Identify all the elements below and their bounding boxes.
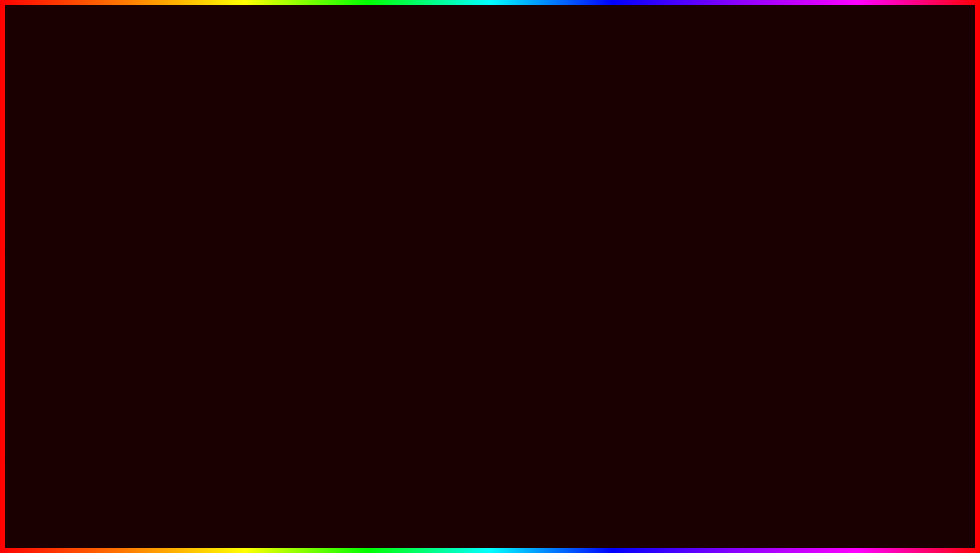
main-title: MUSCLE LEGENDS <box>0 6 980 89</box>
vg-item-auto-durability[interactable]: Auto Durability <box>587 223 704 235</box>
select-agility-level-label: Select Agility Level <box>156 244 215 251</box>
vghub-muscle-legends-tab[interactable]: Muscle.legends <box>587 182 704 196</box>
advanced-strength-menu[interactable]: ⋮ <box>333 210 340 219</box>
auto-durability-checkbox[interactable] <box>692 226 698 232</box>
advanced-strength-label: Advanced Strength Farming <box>160 211 248 219</box>
vg-walkspeed-input[interactable]: Only numbers <box>705 269 824 279</box>
mx-item-hide-name[interactable]: Hide Name <box>508 289 590 305</box>
vg-infinite-jump[interactable]: Infinite Jump <box>705 300 824 314</box>
vg-personal-feature: PapaPlantz#3856 Personal Feature <box>705 196 824 210</box>
select-agility-menu[interactable]: ⋮ <box>333 243 340 251</box>
vg-item-cks[interactable]: cks <box>587 235 704 249</box>
jump-slider-fill <box>555 339 567 343</box>
vghub-window: V.G Hub Muscle.legends AutoFarm AutoMob … <box>586 165 825 427</box>
automob-checkbox[interactable] <box>692 213 698 219</box>
vg-anti-lag[interactable]: Anti Lag <box>705 370 824 384</box>
jump-slider[interactable] <box>555 339 584 343</box>
mx-item-auto-join-brawl[interactable]: Auto-Join - Brawl <box>508 305 590 321</box>
vg-enable-walkspeed[interactable]: Enable WalkSpeed/JumpPower <box>705 225 824 239</box>
vg-jumppower-input[interactable]: Only numbers <box>705 289 824 300</box>
speed-label: Speed <box>514 323 535 331</box>
vg-item-get-all-chests[interactable]: Get All Chests <box>587 277 704 291</box>
vg-fps-cap-input[interactable]: Only numbers <box>705 248 824 259</box>
sidebar-item-credits[interactable]: Credits <box>96 288 143 304</box>
bottom-text: AUTO FARM SCRIPT PASTEBIN <box>13 483 783 543</box>
speed-slider[interactable] <box>555 325 584 329</box>
auto-farm-text: AUTO FARM <box>13 483 372 543</box>
mx-item-main[interactable]: Main <box>508 193 590 209</box>
vg-item-iame-esp[interactable]: iame Esp <box>587 388 704 402</box>
muscle-legends-titlebar: Muscle Legends × <box>147 263 386 282</box>
vg-lag-switch-f3[interactable]: Lag Switch F3 <box>705 398 824 412</box>
vg-item-tracers-esp[interactable]: Tracers Esp <box>587 374 704 388</box>
vghub-right-title: UI Settings <box>705 182 824 196</box>
muscle-legends-subtitle: For New Players | Get Agility/Strength/G… <box>147 282 386 297</box>
vg-item-auto-crystal[interactable]: Auto Crystal <box>587 291 704 306</box>
mx-item-auto-rebirth[interactable]: Auto Rebirth <box>508 240 590 256</box>
million-warriors-text: MILLIONWARRIORS <box>775 469 968 547</box>
ml-menu-item-main[interactable]: Main <box>154 302 380 320</box>
muscle-legends-menu-list: Main Spoofing Trolling Quest Teleports P… <box>147 297 386 411</box>
ml-menu-item-quest[interactable]: Quest <box>154 354 380 371</box>
mx-item-redeem-codes[interactable]: ▶ Redeem Codes <box>508 256 590 273</box>
vg-item-enable-esp[interactable]: Enable Esp <box>587 348 704 360</box>
hadeshub-close-button[interactable]: × <box>335 171 340 181</box>
vg-h-fly[interactable]: H Fly <box>705 356 824 370</box>
vghub-titlebar: V.G Hub <box>587 166 824 182</box>
mx-item-credits[interactable]: Credits <box>508 364 590 380</box>
auto-farming-tab[interactable]: Auto Farming <box>101 187 165 200</box>
muscle-x-titlebar: Muscle X <box>508 174 590 190</box>
hadeshub-title: HADESHUB × MUSCLE LEGENDS <box>101 172 230 180</box>
sidebar-item-extra[interactable]: Extra <box>96 208 143 224</box>
vghub-title: V.G Hub <box>593 169 623 178</box>
vg-walkspeed-label: WalkSpeed <box>705 259 824 269</box>
vg-item-boxes-esp[interactable]: Boxes Esp <box>587 402 704 417</box>
vg-item-player-esp[interactable]: Player Esp <box>587 360 704 374</box>
muscle-legends-close-button[interactable]: × <box>374 267 380 278</box>
vg-no-tool-cooldown[interactable]: No Tool CoolDown <box>705 210 824 225</box>
mx-item-teleports[interactable]: Teleports <box>508 348 590 364</box>
muscle-x-menu: Main Auto-Farm Chest Farm Auto Rebirth ▶… <box>508 190 590 382</box>
ml-menu-item-spoofing[interactable]: Spoofing <box>154 320 380 337</box>
vg-item-anti-delete-pets[interactable]: Anti Delete Pets <box>587 320 704 334</box>
ml-menu-item-punch-karma[interactable]: Punch + Karma <box>154 388 380 406</box>
vg-invisicam[interactable]: Invisicam <box>705 314 824 328</box>
hadeshub-sidebar-menu: Extra Pets Teleport Player Misc Credits <box>96 203 144 330</box>
vg-item-auto-rebirth[interactable]: Auto Rebirth <box>587 249 704 263</box>
mx-item-auto-farm[interactable]: Auto-Farm <box>508 209 590 225</box>
sidebar-item-teleport[interactable]: Teleport <box>96 240 143 256</box>
vg-item-auto-join-brawl[interactable]: Auto Join Brawl <box>587 263 704 277</box>
muscle-x-title: Muscle X <box>513 178 544 186</box>
vg-teleport-random-player[interactable]: Teleport to RandomPlayer <box>705 384 824 398</box>
script-pastebin-text: SCRIPT PASTEBIN <box>385 496 783 541</box>
ml-menu-item-trolling[interactable]: Trolling <box>154 337 380 354</box>
muscle-legends-title: Muscle Legends <box>154 268 213 277</box>
vg-item-stals[interactable]: stals <box>587 306 704 320</box>
sidebar-item-pets[interactable]: Pets <box>96 224 143 240</box>
vg-g-noclip[interactable]: G Noclip <box>705 342 824 356</box>
vg-item-automob[interactable]: AutoMob <box>587 210 704 223</box>
mx-item-auto-bench[interactable]: Auto - Bench <box>508 273 590 289</box>
vg-n-noclip[interactable]: N Noclip <box>705 328 824 342</box>
radio-advanced-strength[interactable] <box>149 212 155 218</box>
sidebar-item-misc[interactable]: Misc <box>96 272 143 288</box>
vg-item-autofarm[interactable]: AutoFarm <box>587 196 704 210</box>
vg-jumppower-label: JumpPower <box>705 279 824 289</box>
vghub-content: Muscle.legends AutoFarm AutoMob Auto Dur… <box>587 182 824 426</box>
advanced-strength-farming-item[interactable]: Advanced Strength Farming ⋮ <box>149 208 340 221</box>
ml-menu-item-teleports[interactable]: Teleports <box>154 371 380 388</box>
hamburger-icon: ≡ <box>149 244 152 251</box>
sidebar-item-player[interactable]: Player <box>96 256 143 272</box>
vghub-right-panel: UI Settings PapaPlantz#3856 Personal Fea… <box>705 182 824 426</box>
hadeshub-titlebar: HADESHUB × MUSCLE LEGENDS × <box>96 168 345 184</box>
vg-server-hop[interactable]: ServerHop <box>705 412 824 426</box>
select-agility-level-item[interactable]: ≡ Select Agility Level ⋮ <box>149 240 340 254</box>
vg-item-anti-rebirth[interactable]: Anti Rebirth <box>587 334 704 348</box>
mx-item-chest-farm[interactable]: Chest Farm <box>508 225 590 240</box>
redeem-codes-icon: ▶ <box>516 260 521 268</box>
hadeshub-nav: Auto Farming <box>96 184 345 203</box>
agility-bar[interactable]: Agility <box>149 224 340 238</box>
enable-esp-checkbox[interactable] <box>692 351 698 357</box>
automob-label: AutoMob <box>593 212 619 219</box>
mx-item-jump: Jump <box>508 334 590 348</box>
